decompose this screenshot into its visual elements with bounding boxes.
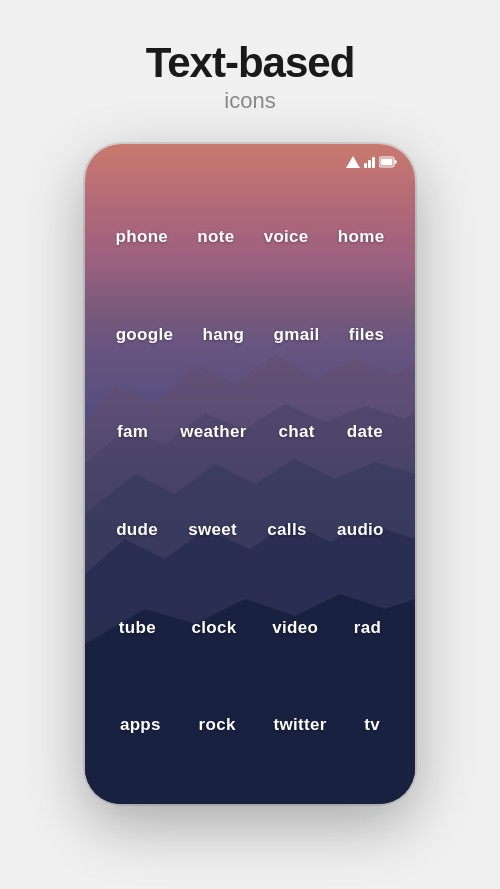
icons-grid: phonenotevoicehomegooglehanggmailfilesfa… bbox=[85, 168, 415, 804]
icon-weather[interactable]: weather bbox=[180, 422, 246, 442]
page-header: Text-based icons bbox=[0, 0, 500, 134]
status-bar bbox=[85, 144, 415, 168]
icon-twitter[interactable]: twitter bbox=[273, 715, 326, 735]
icon-chat[interactable]: chat bbox=[279, 422, 315, 442]
svg-marker-0 bbox=[346, 156, 360, 168]
icon-row-2: famweatherchatdate bbox=[101, 422, 399, 442]
icon-gmail[interactable]: gmail bbox=[274, 325, 320, 345]
battery-icon bbox=[379, 156, 397, 168]
icon-fam[interactable]: fam bbox=[117, 422, 148, 442]
phone-screen: phonenotevoicehomegooglehanggmailfilesfa… bbox=[85, 144, 415, 804]
icon-google[interactable]: google bbox=[116, 325, 174, 345]
icon-tube[interactable]: tube bbox=[119, 618, 156, 638]
icon-calls[interactable]: calls bbox=[267, 520, 306, 540]
icon-rock[interactable]: rock bbox=[199, 715, 236, 735]
phone-mockup: phonenotevoicehomegooglehanggmailfilesfa… bbox=[85, 144, 415, 804]
icon-clock[interactable]: clock bbox=[192, 618, 237, 638]
icon-dude[interactable]: dude bbox=[116, 520, 158, 540]
icon-row-4: tubeclockvideorad bbox=[101, 618, 399, 638]
icon-voice[interactable]: voice bbox=[264, 227, 309, 247]
icon-date[interactable]: date bbox=[347, 422, 383, 442]
icon-row-0: phonenotevoicehome bbox=[101, 227, 399, 247]
icon-files[interactable]: files bbox=[349, 325, 385, 345]
wifi-icon bbox=[346, 156, 360, 168]
svg-rect-2 bbox=[395, 160, 397, 164]
page-title: Text-based bbox=[20, 40, 480, 86]
svg-rect-3 bbox=[381, 159, 393, 166]
icon-audio[interactable]: audio bbox=[337, 520, 384, 540]
icon-sweet[interactable]: sweet bbox=[188, 520, 237, 540]
icon-row-1: googlehanggmailfiles bbox=[101, 325, 399, 345]
icon-row-5: appsrocktwittertv bbox=[101, 715, 399, 735]
signal-icon bbox=[364, 156, 375, 168]
icon-row-3: dudesweetcallsaudio bbox=[101, 520, 399, 540]
icon-home[interactable]: home bbox=[338, 227, 385, 247]
icon-phone[interactable]: phone bbox=[116, 227, 169, 247]
icon-rad[interactable]: rad bbox=[354, 618, 381, 638]
icon-tv[interactable]: tv bbox=[364, 715, 380, 735]
icon-hang[interactable]: hang bbox=[202, 325, 244, 345]
icon-note[interactable]: note bbox=[197, 227, 234, 247]
icon-apps[interactable]: apps bbox=[120, 715, 161, 735]
icon-video[interactable]: video bbox=[272, 618, 318, 638]
page-subtitle: icons bbox=[20, 88, 480, 114]
status-icons bbox=[346, 156, 397, 168]
